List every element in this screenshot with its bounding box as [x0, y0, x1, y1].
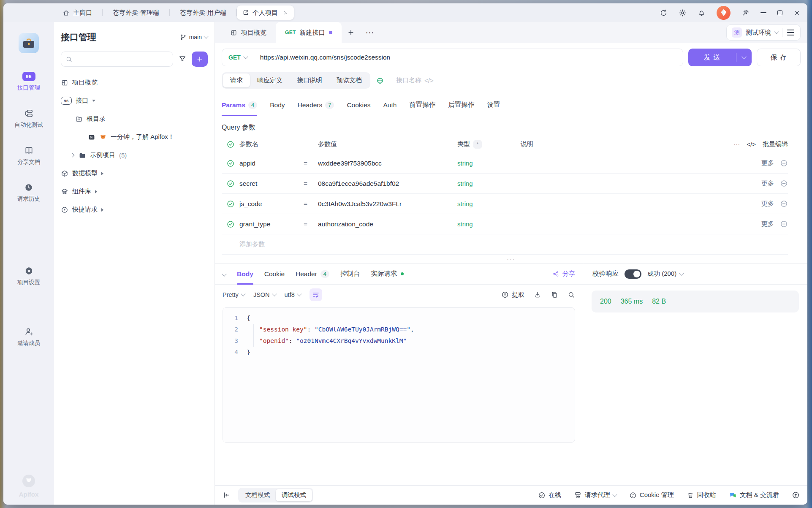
response-tab-cookie[interactable]: Cookie: [264, 264, 285, 284]
tab-more-button[interactable]: ⋯: [360, 27, 380, 38]
environment-selector[interactable]: 测 测试环境: [726, 24, 801, 41]
param-value-field[interactable]: 08ca9f1ecea96ade5af1bf02: [318, 180, 457, 187]
param-name-field[interactable]: secret: [239, 180, 304, 187]
row-more-button[interactable]: 更多: [761, 220, 774, 228]
response-json-editor[interactable]: 1 { 2 "session_key": "CbOWlAW6eTUy0JArmR…: [223, 307, 575, 443]
request-proxy-menu[interactable]: 请求代理: [574, 491, 616, 499]
bulk-code-icon[interactable]: </>: [747, 141, 756, 148]
rail-item-project-settings[interactable]: 项目设置: [17, 266, 40, 286]
response-tab-header[interactable]: Header 4: [296, 264, 329, 284]
response-tab-console[interactable]: 控制台: [340, 264, 360, 284]
docs-community[interactable]: 文档 & 交流群: [729, 491, 779, 499]
tree-item-apis[interactable]: 96 接口: [61, 92, 208, 110]
response-tab-body[interactable]: Body: [237, 264, 253, 284]
url-input[interactable]: https://api.weixin.qq.com/sns/jscode2ses…: [254, 54, 683, 61]
extract-button[interactable]: 提取: [501, 291, 524, 299]
copy-icon[interactable]: [551, 291, 558, 299]
tree-item-project-overview[interactable]: 项目概览: [61, 73, 208, 92]
tab-body[interactable]: Body: [270, 94, 285, 116]
window-tab-main[interactable]: 主窗口: [52, 9, 102, 17]
rail-item-request-history[interactable]: 请求历史: [17, 183, 40, 203]
word-wrap-icon[interactable]: [310, 288, 322, 301]
remove-row-icon[interactable]: [780, 200, 788, 208]
close-tab-icon[interactable]: [283, 10, 288, 16]
row-more-button[interactable]: 更多: [761, 159, 774, 167]
param-name-field[interactable]: js_code: [239, 200, 304, 208]
project-logo[interactable]: [19, 33, 39, 53]
language-select[interactable]: JSON: [253, 291, 276, 298]
doc-tab-new-api[interactable]: GET 新建接口: [276, 22, 342, 43]
method-select[interactable]: GET: [222, 54, 254, 61]
param-value-field[interactable]: authorization_code: [318, 220, 457, 228]
rail-item-share-docs[interactable]: 分享文档: [17, 146, 40, 166]
online-status[interactable]: 在线: [538, 491, 561, 499]
collapsed-caret-icon[interactable]: [101, 172, 103, 175]
doc-mode-tab[interactable]: 文档模式: [239, 489, 276, 501]
api-name-placeholder[interactable]: 接口名称 </>: [396, 76, 434, 84]
window-tab-personal-project[interactable]: 个人项目: [237, 5, 294, 20]
collapse-sidebar-icon[interactable]: [223, 491, 231, 499]
row-check-icon[interactable]: [222, 179, 239, 188]
expanded-caret-icon[interactable]: [92, 100, 95, 102]
tab-pre-processors[interactable]: 前置操作: [409, 94, 435, 116]
splitter-handle[interactable]: ···: [215, 255, 807, 263]
row-more-button[interactable]: 更多: [761, 179, 774, 187]
cookie-manager[interactable]: Cookie 管理: [629, 491, 674, 499]
tree-item-quick-request[interactable]: 快捷请求: [61, 201, 208, 219]
debug-mode-tab[interactable]: 调试模式: [276, 489, 312, 501]
tab-auth[interactable]: Auth: [383, 94, 396, 116]
collapse-response-chevron[interactable]: [222, 272, 226, 276]
tree-item-example-project[interactable]: 示例项目 (5): [61, 146, 208, 164]
share-button[interactable]: 分享: [552, 270, 575, 278]
collapsed-caret-icon[interactable]: [95, 190, 97, 193]
tree-item-data-models[interactable]: 数据模型: [61, 164, 208, 182]
param-type[interactable]: string: [457, 200, 521, 207]
param-name-field[interactable]: appid: [239, 160, 304, 167]
view-tab-preview-docs[interactable]: 预览文档: [329, 73, 369, 87]
select-all-check-icon[interactable]: [222, 140, 239, 149]
param-type[interactable]: string: [457, 160, 521, 167]
maximize-button[interactable]: [777, 10, 782, 15]
collapsed-chevron-icon[interactable]: [71, 153, 75, 158]
new-tab-button[interactable]: [342, 29, 360, 36]
tree-item-root-directory[interactable]: 根目录: [61, 110, 208, 128]
column-more-icon[interactable]: ···: [733, 141, 740, 148]
remove-row-icon[interactable]: [780, 159, 788, 167]
validation-status-select[interactable]: 成功 (200): [647, 270, 683, 278]
search-in-response-icon[interactable]: [568, 291, 575, 299]
user-avatar[interactable]: [717, 6, 731, 20]
filter-funnel-icon[interactable]: [178, 55, 187, 63]
tab-params[interactable]: Params 4: [222, 94, 257, 116]
encoding-select[interactable]: utf8: [285, 291, 301, 298]
doc-tab-project-overview[interactable]: 项目概览: [221, 22, 276, 43]
view-tab-api-description[interactable]: 接口说明: [290, 73, 329, 87]
remove-row-icon[interactable]: [780, 179, 788, 187]
format-select[interactable]: Pretty: [223, 291, 245, 298]
add-button[interactable]: [192, 52, 208, 67]
rail-item-api-management[interactable]: 96 接口管理: [17, 72, 40, 92]
minimize-button[interactable]: [760, 12, 766, 13]
refresh-icon[interactable]: [660, 9, 668, 17]
pin-window-icon[interactable]: [741, 9, 750, 17]
param-type[interactable]: string: [457, 220, 521, 228]
save-button[interactable]: 保 存: [757, 49, 801, 66]
bulk-edit-button[interactable]: 批量编辑: [763, 140, 788, 148]
rail-item-invite-members[interactable]: 邀请成员: [17, 327, 40, 347]
window-tab-admin[interactable]: 苍穹外卖-管理端: [103, 9, 169, 17]
branch-selector[interactable]: main: [180, 34, 208, 41]
collapsed-caret-icon[interactable]: [101, 208, 103, 212]
response-tab-actual-request[interactable]: 实际请求: [371, 264, 404, 284]
search-box[interactable]: [61, 52, 173, 67]
tab-headers[interactable]: Headers 7: [298, 94, 334, 116]
param-type[interactable]: string: [457, 180, 521, 187]
settings-gear-icon[interactable]: [679, 9, 687, 17]
tab-post-processors[interactable]: 后置操作: [448, 94, 474, 116]
globe-icon[interactable]: [376, 77, 384, 84]
param-name-field[interactable]: grant_type: [239, 220, 304, 228]
tab-cookies[interactable]: Cookies: [347, 94, 370, 116]
row-check-icon[interactable]: [222, 159, 239, 168]
tab-settings[interactable]: 设置: [487, 94, 500, 116]
rail-item-automated-testing[interactable]: 自动化测试: [14, 109, 43, 129]
download-icon[interactable]: [534, 291, 541, 299]
add-param-row[interactable]: 添加参数: [222, 234, 788, 255]
